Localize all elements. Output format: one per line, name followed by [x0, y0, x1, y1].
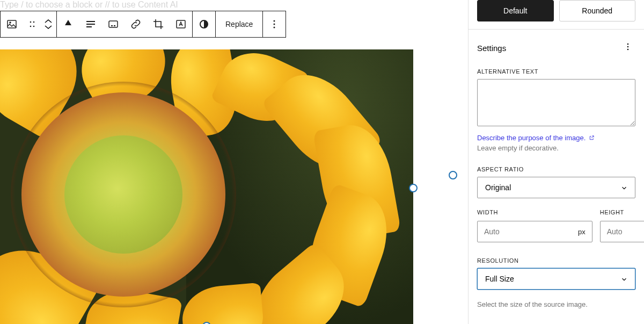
caption-icon[interactable] [102, 11, 125, 37]
chevron-up-icon [43, 19, 53, 24]
text-align-icon[interactable] [79, 11, 102, 37]
settings-more-icon[interactable] [620, 39, 635, 56]
settings-sidebar: Default Rounded Settings ALTERNATIVE TEX… [468, 0, 644, 324]
resolution-select[interactable]: Full Size [477, 268, 635, 290]
selection-handle[interactable] [449, 171, 457, 179]
svg-rect-6 [109, 21, 118, 27]
style-rounded-button[interactable]: Rounded [559, 0, 636, 21]
svg-point-2 [30, 21, 32, 23]
crop-icon[interactable] [147, 11, 170, 37]
svg-point-11 [627, 44, 629, 45]
svg-point-8 [274, 20, 275, 22]
image-block[interactable] [0, 49, 413, 324]
height-input[interactable] [607, 227, 644, 236]
alt-text-help-sub: Leave empty if decorative. [469, 144, 644, 162]
link-icon[interactable] [125, 11, 147, 37]
more-options-icon[interactable] [263, 11, 286, 37]
block-type-image-icon[interactable] [1, 11, 23, 37]
alt-text-help-link[interactable]: Describe the purpose of the image. [469, 134, 644, 144]
svg-point-9 [274, 24, 275, 25]
alt-text-input[interactable] [477, 79, 635, 126]
svg-point-5 [33, 26, 35, 27]
aspect-ratio-select[interactable]: Original [477, 177, 635, 198]
svg-point-13 [627, 49, 629, 51]
aspect-ratio-label: ASPECT RATIO [469, 162, 644, 177]
style-default-button[interactable]: Default [477, 0, 554, 21]
replace-button[interactable]: Replace [216, 11, 262, 37]
sunflower-image [0, 49, 413, 324]
move-up-down[interactable] [41, 11, 56, 37]
height-label: HEIGHT [600, 209, 644, 221]
svg-point-12 [627, 46, 629, 48]
text-overlay-icon[interactable] [170, 11, 192, 37]
external-link-icon [589, 135, 595, 141]
width-input[interactable] [484, 227, 578, 236]
chevron-down-icon [43, 24, 53, 30]
align-icon[interactable] [57, 11, 79, 37]
svg-point-1 [10, 22, 11, 23]
svg-point-4 [30, 26, 32, 27]
duotone-filter-icon[interactable] [193, 11, 215, 37]
drag-handle-icon[interactable] [23, 11, 41, 37]
svg-point-10 [274, 27, 275, 28]
settings-panel-title: Settings [477, 44, 506, 53]
block-toolbar: Replace [0, 11, 286, 38]
width-label: WIDTH [477, 209, 592, 221]
resize-handle-right[interactable] [409, 184, 418, 192]
resolution-label: RESOLUTION [469, 253, 644, 268]
svg-point-3 [33, 21, 35, 23]
resolution-help-text: Select the size of the source image. [469, 300, 644, 308]
alt-text-label: ALTERNATIVE TEXT [469, 64, 644, 79]
width-unit[interactable]: px [578, 228, 586, 236]
block-placeholder-hint: Type / to choose a block or // to use Co… [0, 0, 459, 11]
